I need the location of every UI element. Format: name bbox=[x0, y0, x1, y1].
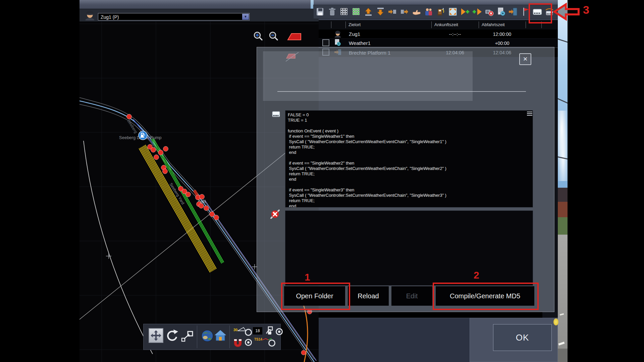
add-train-icon[interactable] bbox=[460, 7, 470, 17]
annotation-box-3 bbox=[529, 3, 552, 23]
building bbox=[558, 188, 568, 202]
clouds bbox=[558, 111, 568, 181]
radio-ring-selected[interactable] bbox=[276, 328, 283, 335]
col-zielort[interactable]: Zielort bbox=[345, 21, 431, 28]
main-toolbar bbox=[313, 5, 558, 19]
script-settings-icon[interactable] bbox=[496, 7, 506, 17]
couple-icon[interactable] bbox=[387, 7, 397, 17]
annotation-number-3: 3 bbox=[583, 3, 589, 16]
remove-camera-icon[interactable] bbox=[484, 7, 494, 17]
gradient-angle-label: 30 bbox=[233, 328, 237, 332]
route-tracks-green[interactable] bbox=[151, 138, 224, 263]
annotation-box-1 bbox=[281, 283, 350, 310]
save-icon[interactable] bbox=[315, 7, 325, 17]
edit-label: Edit bbox=[406, 292, 418, 300]
link-lock-icon[interactable] bbox=[265, 326, 274, 337]
table-row[interactable]: Weather1 +00:00 bbox=[319, 38, 558, 48]
rotate-tool-button[interactable] bbox=[165, 329, 178, 344]
building-roof bbox=[558, 202, 568, 217]
train-selector-value: Zug1 (P) bbox=[101, 14, 119, 20]
script-editor-view[interactable]: FALSE = 0 TRUE = 1 function OnEvent ( ev… bbox=[285, 110, 533, 207]
error-marker-icon bbox=[269, 206, 282, 222]
grid-size-label: 18 bbox=[255, 328, 260, 333]
script-output-panel[interactable] bbox=[285, 210, 533, 286]
script-text: FALSE = 0 TRUE = 1 function OnEvent ( ev… bbox=[288, 112, 533, 207]
zoom-in-button[interactable] bbox=[253, 31, 264, 42]
divider bbox=[229, 325, 230, 348]
object-grid-icon[interactable] bbox=[351, 7, 361, 17]
annotation-number-2: 2 bbox=[474, 269, 479, 281]
home-button[interactable] bbox=[214, 329, 226, 343]
chevron-down-icon[interactable]: ▼ bbox=[242, 14, 249, 20]
delete-icon[interactable] bbox=[327, 7, 337, 17]
col-abfahrtszeit[interactable]: Abfahrtszeit bbox=[479, 21, 526, 28]
table-row[interactable]: Zug1 --:--:-- 12:00:00 bbox=[319, 29, 558, 38]
row-departure: +00:00 bbox=[479, 41, 526, 46]
col-spacer bbox=[319, 21, 331, 28]
portal-icon[interactable] bbox=[508, 7, 518, 17]
ok-button[interactable]: OK bbox=[493, 324, 552, 351]
load-icon[interactable] bbox=[363, 7, 373, 17]
driver-avatar bbox=[84, 9, 96, 20]
decouple-icon[interactable] bbox=[399, 7, 410, 17]
train-selector[interactable]: Zug1 (P) ▼ bbox=[98, 13, 250, 20]
zoom-out-button[interactable] bbox=[268, 31, 279, 42]
row-departure: 12:00:00 bbox=[479, 32, 526, 37]
expand-icon[interactable] bbox=[448, 7, 458, 17]
unload-icon[interactable] bbox=[375, 7, 385, 17]
menu-icon[interactable] bbox=[527, 112, 532, 116]
grass bbox=[558, 217, 568, 235]
signal-lamp bbox=[553, 318, 558, 325]
gradient-tool-icon[interactable] bbox=[287, 32, 302, 43]
ts14-label: TS14 bbox=[254, 338, 262, 341]
dialog-divider bbox=[277, 91, 526, 92]
globe-icon[interactable] bbox=[201, 329, 214, 344]
reload-button[interactable]: Reload bbox=[348, 286, 389, 306]
node-cross-markers bbox=[106, 253, 257, 269]
world-view-strip bbox=[558, 0, 568, 362]
row-name: Zug1 bbox=[345, 31, 431, 37]
pan-tool-button[interactable] bbox=[149, 328, 163, 343]
move-node-tool-button[interactable] bbox=[181, 331, 194, 344]
map-toolbar: 30 18 TS14 bbox=[143, 324, 281, 350]
driver-avatar-small bbox=[331, 29, 345, 39]
col-spacer bbox=[331, 21, 345, 28]
dialog-highlight-panel bbox=[263, 51, 473, 101]
append-train-icon[interactable] bbox=[472, 7, 482, 17]
radio-ring[interactable] bbox=[245, 329, 252, 336]
panel-divider-band bbox=[319, 312, 542, 318]
grid-size-value[interactable]: 18 bbox=[253, 327, 262, 335]
radio-ring-selected[interactable] bbox=[245, 339, 252, 346]
row-name: Weather1 bbox=[345, 40, 431, 46]
divider bbox=[197, 325, 197, 348]
gradient-angle-icon[interactable]: 30 bbox=[233, 327, 246, 332]
radio-ring[interactable] bbox=[268, 340, 275, 347]
passengers-icon[interactable] bbox=[424, 7, 434, 17]
contact-script-icon bbox=[271, 110, 281, 120]
annotation-arrow-icon bbox=[552, 2, 581, 23]
track-arc[interactable] bbox=[84, 141, 153, 354]
fuel-pump-poi-icon[interactable] bbox=[139, 131, 147, 140]
edit-button[interactable]: Edit bbox=[391, 286, 432, 306]
fuel-depot-icon[interactable] bbox=[436, 7, 446, 17]
close-icon[interactable]: ✕ bbox=[519, 53, 531, 65]
select-hand-icon[interactable] bbox=[412, 7, 422, 17]
camera-grid-icon[interactable] bbox=[339, 7, 349, 17]
row-checkbox[interactable] bbox=[322, 39, 329, 46]
annotation-number-1: 1 bbox=[305, 272, 310, 283]
col-ankunftszeit[interactable]: Ankunftszeit bbox=[431, 21, 479, 28]
road-shadow bbox=[558, 349, 568, 362]
row-arrival: --:--:-- bbox=[431, 32, 479, 37]
magnet-snap-icon[interactable] bbox=[233, 338, 243, 349]
ok-button-label: OK bbox=[516, 333, 529, 343]
weather-script-icon bbox=[331, 39, 345, 47]
annotation-box-2 bbox=[433, 283, 539, 310]
reload-label: Reload bbox=[358, 292, 379, 300]
schedule-header: Zielort Ankunftszeit Abfahrtszeit bbox=[319, 20, 558, 29]
screen: Zug1 (P) ▼ bbox=[0, 0, 644, 362]
script-dialog: ✕ FALSE = 0 TRUE = 1 function OnEvent ( … bbox=[257, 47, 554, 312]
